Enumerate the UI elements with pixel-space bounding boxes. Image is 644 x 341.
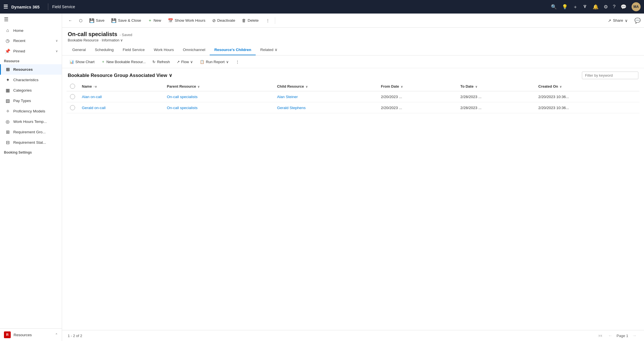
sidebar-item-home[interactable]: ⌂ Home xyxy=(0,25,62,36)
tab-scheduling[interactable]: Scheduling xyxy=(90,45,118,55)
pagination-controls: ⏮ ← Page 1 → xyxy=(596,333,638,339)
new-button[interactable]: ＋ New xyxy=(145,16,164,25)
page-label: Page 1 xyxy=(617,334,628,338)
resources-icon: ⊞ xyxy=(5,67,10,72)
cmd-chat-icon[interactable]: 💬 xyxy=(634,17,641,24)
col-header-parent-resource[interactable]: Parent Resource ∨ xyxy=(163,81,273,91)
back-icon: ← xyxy=(68,18,72,23)
sidebar-item-characteristics[interactable]: ✦ Characteristics xyxy=(0,75,62,85)
settings-icon[interactable]: ⚙ xyxy=(604,4,608,10)
new-bookable-button[interactable]: ＋ New Bookable Resour... xyxy=(98,58,148,66)
sidebar-item-recent[interactable]: ◷ Recent ∨ xyxy=(0,36,62,46)
child-resource-link[interactable]: Gerald Stephens xyxy=(277,106,306,110)
sidebar-item-resources[interactable]: ⊞ Resources xyxy=(0,64,62,75)
sort-icon: ↑∨ xyxy=(93,85,97,88)
page-title-row: On-call specialists - Saved xyxy=(68,31,638,37)
col-header-to-date[interactable]: To Date ∨ xyxy=(457,81,535,91)
sidebar-item-proficiency-models[interactable]: ✧ Proficiency Models xyxy=(0,106,62,116)
sidebar-item-label: Home xyxy=(13,28,23,33)
share-button[interactable]: ↗ Share ∨ xyxy=(604,17,631,24)
run-report-button[interactable]: 📋 Run Report ∨ xyxy=(197,58,231,65)
sidebar-item-label: Categories xyxy=(13,88,32,92)
col-header-created-on[interactable]: Created On ∨ xyxy=(535,81,639,91)
tab-related[interactable]: Related ∨ xyxy=(256,45,282,55)
search-icon[interactable]: 🔍 xyxy=(551,4,557,10)
child-resource-link[interactable]: Alan Steiner xyxy=(277,95,298,99)
hamburger-icon[interactable]: ☰ xyxy=(3,4,8,10)
first-page-button[interactable]: ⏮ xyxy=(596,333,604,339)
top-nav-icons: 🔍 💡 ＋ ⛛ 🔔 ⚙ ? 💬 MA xyxy=(551,2,641,11)
breadcrumb-info-link[interactable]: Information ∨ xyxy=(102,38,123,42)
show-work-hours-button[interactable]: 📅 Show Work Hours xyxy=(165,17,208,25)
booking-section-label: Booking Settings xyxy=(0,148,62,156)
tab-resources-children[interactable]: Resource's Children xyxy=(210,45,256,55)
plus-icon[interactable]: ＋ xyxy=(573,4,578,10)
show-chart-button[interactable]: 📊 Show Chart xyxy=(67,58,97,65)
save-icon: 💾 xyxy=(89,18,95,23)
sidebar-item-categories[interactable]: ▦ Categories xyxy=(0,85,62,96)
pay-types-icon: ▧ xyxy=(5,98,10,103)
next-page-button[interactable]: → xyxy=(630,333,638,339)
run-report-label: Run Report xyxy=(206,60,224,64)
cell-parent-resource: On-call specialists xyxy=(163,102,273,113)
tab-field-service[interactable]: Field Service xyxy=(118,45,149,55)
sort-icon: ∨ xyxy=(198,85,200,88)
sidebar-item-requirement-groups[interactable]: ⊞ Requirement Gro... xyxy=(0,127,62,137)
filter-icon[interactable]: ⛛ xyxy=(583,4,588,10)
sidebar-bottom-resources[interactable]: R Resources ⌃ xyxy=(0,329,62,341)
sidebar-item-work-hours-templates[interactable]: ◎ Work Hours Temp... xyxy=(0,116,62,127)
name-link[interactable]: Alan on-call xyxy=(82,95,102,99)
prev-page-button[interactable]: ← xyxy=(606,333,614,339)
back-button[interactable]: ← xyxy=(65,17,75,24)
help-icon[interactable]: ? xyxy=(613,4,615,10)
row-select-checkbox[interactable] xyxy=(70,94,75,99)
save-close-button[interactable]: 💾 Save & Close xyxy=(108,17,144,25)
chat-icon[interactable]: 💬 xyxy=(621,4,627,10)
filter-input[interactable] xyxy=(582,72,638,79)
deactivate-button[interactable]: ⊘ Deactivate xyxy=(209,17,238,25)
save-button[interactable]: 💾 Save xyxy=(86,17,108,25)
tab-omnichannel[interactable]: Omnichannel xyxy=(178,45,210,55)
save-close-icon: 💾 xyxy=(111,18,117,23)
pagination-bar: 1 - 2 of 2 ⏮ ← Page 1 → xyxy=(62,330,644,341)
new-label: New xyxy=(154,18,161,23)
view-title-chevron-icon[interactable]: ∨ xyxy=(169,72,172,78)
name-link[interactable]: Gerald on-call xyxy=(82,106,106,110)
lightbulb-icon[interactable]: 💡 xyxy=(562,4,568,10)
popout-button[interactable]: ⬡ xyxy=(76,17,85,24)
delete-button[interactable]: 🗑 Delete xyxy=(239,17,261,24)
select-all-checkbox[interactable] xyxy=(70,84,75,89)
sub-more-button[interactable]: ⋮ xyxy=(233,58,242,65)
tab-general[interactable]: General xyxy=(68,45,90,55)
avatar[interactable]: MA xyxy=(632,2,641,11)
share-chevron-icon: ∨ xyxy=(625,18,628,23)
cell-parent-resource: On-call specialists xyxy=(163,91,273,102)
col-header-name[interactable]: Name ↑∨ xyxy=(78,81,163,91)
sidebar-item-pay-types[interactable]: ▧ Pay Types xyxy=(0,96,62,106)
bottom-letter-icon: R xyxy=(4,331,11,338)
col-header-child-resource[interactable]: Child Resource ∨ xyxy=(274,81,378,91)
refresh-button[interactable]: ↻ Refresh xyxy=(150,58,173,65)
more-button[interactable]: ⋮ xyxy=(263,17,273,24)
row-checkbox-cell xyxy=(67,102,78,113)
view-title-text: Bookable Resource Group Associated View xyxy=(68,73,167,78)
col-header-from-date[interactable]: From Date ∨ xyxy=(378,81,457,91)
pagination-count: 1 - 2 of 2 xyxy=(68,334,596,338)
chevron-down-icon: ∨ xyxy=(56,39,58,43)
sidebar-hamburger[interactable]: ☰ xyxy=(0,14,62,25)
cell-from-date: 2/20/2023 ... xyxy=(378,102,457,113)
sidebar-item-pinned[interactable]: 📌 Pinned ∨ xyxy=(0,46,62,56)
show-work-hours-label: Show Work Hours xyxy=(175,18,205,23)
cell-child-resource: Gerald Stephens xyxy=(274,102,378,113)
table-wrapper: Name ↑∨ Parent Resource ∨ Child Resource… xyxy=(62,81,644,330)
parent-resource-link[interactable]: On-call specialists xyxy=(167,95,198,99)
row-select-checkbox[interactable] xyxy=(70,105,75,110)
tab-work-hours[interactable]: Work Hours xyxy=(149,45,178,55)
flow-button[interactable]: ↗ Flow ∨ xyxy=(174,58,196,65)
cell-from-date: 2/20/2023 ... xyxy=(378,91,457,102)
resource-section-label: Resource xyxy=(0,56,62,64)
parent-resource-link[interactable]: On-call specialists xyxy=(167,106,198,110)
bell-icon[interactable]: 🔔 xyxy=(593,4,599,10)
sidebar-item-requirement-statuses[interactable]: ⊟ Requirement Stat... xyxy=(0,137,62,148)
refresh-label: Refresh xyxy=(157,60,170,64)
